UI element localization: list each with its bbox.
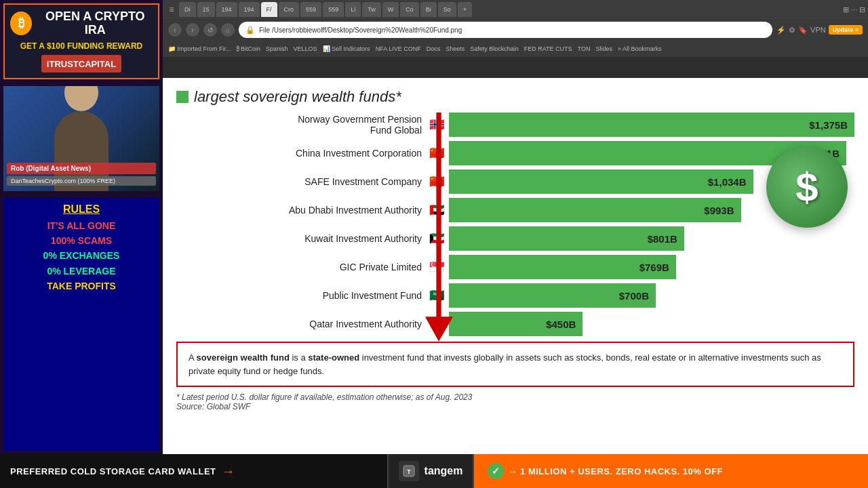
address-bar[interactable]: 🔒 File /Users/robbiewolff/Desktop/Sovere… (239, 22, 772, 38)
browser-tab-11[interactable]: W (382, 2, 399, 17)
svg-text:T: T (407, 468, 411, 475)
bookmark-sheets[interactable]: Sheets (446, 45, 465, 52)
browser-tab-14[interactable]: So (438, 2, 456, 17)
left-panel: ₿ OPEN A CRYPTO IRA GET A $100 FUNDING R… (0, 0, 163, 454)
browser-tab-8[interactable]: 559 (323, 2, 344, 17)
person-head (64, 86, 98, 112)
browser-tab-new[interactable]: + (458, 2, 472, 17)
ad-subtitle: GET A $100 FUNDING REWARD (10, 41, 153, 51)
ext-icon-3[interactable]: 🔖 (798, 26, 808, 35)
flag-pif: 🇸🇦 (427, 286, 446, 305)
chart-area: Norway Government PensionFund Global 🇳🇴 … (176, 113, 854, 336)
browser-tab-10[interactable]: Tw (362, 2, 381, 17)
main-content: largest sovereign wealth funds* Norway G… (163, 78, 868, 454)
bookmark-all[interactable]: » All Bookmarks (618, 45, 662, 52)
browser-tab-3[interactable]: 194 (216, 2, 237, 17)
tangem-logo-icon: T (399, 461, 419, 481)
browser-tab-7[interactable]: 559 (300, 2, 321, 17)
definition-box: A sovereign wealth fund is a state-owned… (176, 342, 854, 387)
browser-tab-4[interactable]: 194 (239, 2, 260, 17)
browser-nav-bar: ‹ › ↺ ⌂ 🔒 File /Users/robbiewolff/Deskto… (163, 19, 868, 41)
chart-title: largest sovereign wealth funds* (194, 88, 401, 106)
rules-title: RULES (9, 203, 154, 216)
bar-value-kuwait: $801B (648, 233, 677, 245)
bar-chart: Norway Government PensionFund Global 🇳🇴 … (176, 113, 854, 336)
bar-qatar: $450B (449, 312, 583, 336)
bookmark-spanish[interactable]: Spanish (266, 45, 288, 52)
definition-text-prefix: A (189, 352, 197, 363)
update-button[interactable]: Update ≡ (829, 25, 863, 35)
chart-row-kuwait: Kuwait Investment Authority 🇰🇼 $801B (183, 226, 854, 251)
bookmark-fed[interactable]: FED RATE CUTS (524, 45, 572, 52)
toolbar-extensions: ⚡ ⚙ 🔖 VPN Update ≡ (776, 25, 863, 35)
ad-headline: OPEN A CRYPTO IRA (37, 10, 153, 37)
ext-icon-2[interactable]: ⚙ (789, 26, 795, 35)
infographic: largest sovereign wealth funds* Norway G… (163, 78, 868, 454)
bookmark-ton[interactable]: TON (578, 45, 591, 52)
bottom-left-text: PREFERRED COLD STORAGE CARD WALLET (10, 466, 216, 476)
fund-name-china-ic: China Investment Corporation (183, 148, 427, 159)
webcam-sublabel: DanTeachesCrypto.com (100% FREE) (7, 176, 156, 186)
bookmark-bitcoin[interactable]: ₿ BitCoin (237, 45, 261, 52)
bookmark-slides[interactable]: Slides (595, 45, 612, 52)
refresh-button[interactable]: ↺ (203, 23, 217, 37)
browser-tab-2[interactable]: 15 (197, 2, 215, 17)
tab-menu-btn[interactable]: ≡ (165, 3, 178, 16)
browser-tab-13[interactable]: Bi (420, 2, 437, 17)
rules-line-2: 100% SCAMS (9, 233, 154, 248)
bottom-arrow-icon: → (222, 464, 235, 479)
bar-value-abudhabi: $993B (704, 205, 734, 216)
bookmark-safety[interactable]: Safety Blockchain (470, 45, 519, 52)
flag-qatar: 🇶🇦 (427, 314, 446, 333)
bookmarks-bar: 📁 Imported From Fir... ₿ BitCoin Spanish… (163, 41, 868, 57)
browser-tab-1[interactable]: Di (179, 2, 196, 17)
fund-name-norway: Norway Government PensionFund Global (183, 114, 427, 136)
chart-title-row: largest sovereign wealth funds* (176, 88, 854, 106)
bottom-right-text: → 1 MILLION + USERS. ZERO HACKS. 10% OFF (508, 466, 723, 476)
fund-name-pif: Public Investment Fund (183, 290, 427, 301)
bookmark-vellos[interactable]: VELLOS (294, 45, 317, 52)
bar-value-pif: $700B (619, 290, 649, 302)
rules-line-1: IT'S ALL GONE (9, 218, 154, 233)
browser-tab-9[interactable]: Li (345, 2, 361, 17)
browser-chrome: ≡ Di 15 194 194 F/ Cro 559 559 Li Tw W C… (163, 0, 868, 78)
flag-gic: 🇸🇬 (427, 258, 446, 277)
definition-bold-1: sovereign wealth fund (197, 352, 290, 363)
ad-brand: iTRUSTCAPITAL (41, 55, 121, 73)
extension-icons[interactable]: ⊞ ··· ⊟ (843, 5, 865, 14)
ext-icon-1[interactable]: ⚡ (776, 26, 786, 35)
fund-name-qatar: Qatar Investment Authority (183, 319, 427, 329)
bookmark-docs[interactable]: Docs (427, 45, 441, 52)
fund-name-kuwait: Kuwait Investment Authority (183, 233, 427, 244)
bookmark-nfa[interactable]: NFA LIVE CONF (376, 45, 421, 52)
home-button[interactable]: ⌂ (221, 23, 235, 37)
browser-tab-active[interactable]: F/ (261, 2, 277, 17)
bookmark-imported[interactable]: 📁 Imported From Fir... (168, 45, 231, 52)
bookmark-indicators[interactable]: 📊 Sell Indicators (323, 45, 370, 52)
bottom-right-section: ✓ → 1 MILLION + USERS. ZERO HACKS. 10% O… (474, 454, 868, 488)
chart-row-abudhabi: Abu Dhabi Investment Authority 🇦🇪 $993B (183, 198, 854, 222)
vpn-btn[interactable]: VPN (810, 26, 826, 34)
tangem-section[interactable]: T tangem (387, 454, 475, 488)
webcam-name-label: Rob (Digital Asset News) (7, 163, 156, 174)
bar-value-safe: $1,034B (708, 176, 747, 188)
ad-logo-area: ₿ OPEN A CRYPTO IRA (10, 10, 153, 37)
fund-name-gic: GIC Private Limited (183, 262, 427, 272)
webcam-area: Rob (Digital Asset News) DanTeachesCrypt… (3, 86, 159, 191)
bottom-left-section: PREFERRED COLD STORAGE CARD WALLET → (0, 464, 387, 479)
bar-norway: $1,375B (449, 113, 854, 137)
forward-button[interactable]: › (186, 23, 199, 37)
chart-row-gic: GIC Private Limited 🇸🇬 $769B (183, 255, 854, 279)
browser-tab-12[interactable]: Co (400, 2, 419, 17)
address-text: File /Users/robbiewolff/Desktop/Sovereig… (259, 26, 462, 34)
definition-bold-2: state-owned (308, 352, 359, 363)
globe-circle: $ (766, 146, 848, 228)
browser-tab-6[interactable]: Cro (279, 2, 300, 17)
ad-title-text: OPEN A CRYPTO IRA (37, 10, 153, 37)
chart-row-qatar: Qatar Investment Authority 🇶🇦 $450B (183, 312, 854, 336)
bar-wrapper-norway: $1,375B (449, 113, 854, 137)
ad-banner[interactable]: ₿ OPEN A CRYPTO IRA GET A $100 FUNDING R… (3, 3, 159, 79)
bar-abudhabi: $993B (449, 198, 741, 222)
back-button[interactable]: ‹ (168, 23, 182, 37)
flag-china-ic: 🇨🇳 (427, 144, 446, 163)
